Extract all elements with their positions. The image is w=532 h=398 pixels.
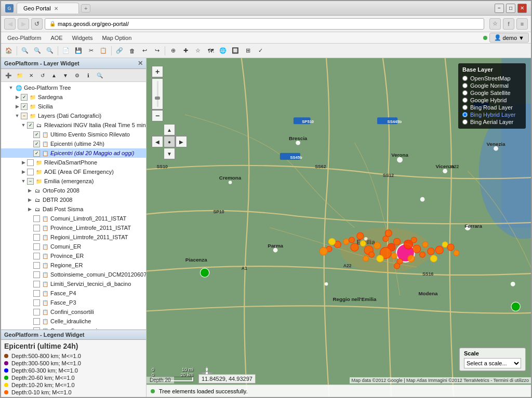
celle-idrauliche-checkbox[interactable]: [33, 318, 40, 325]
star-button[interactable]: ☆: [192, 45, 204, 57]
maximize-button[interactable]: □: [506, 4, 515, 13]
tab-close-button[interactable]: ✕: [54, 6, 58, 11]
home-toolbar-button[interactable]: 🏠: [3, 45, 15, 57]
layer-up-button[interactable]: ▲: [49, 70, 59, 80]
fasce-p3-checkbox[interactable]: [33, 299, 40, 306]
pan-down-button[interactable]: ▼: [164, 148, 175, 159]
tree-node-rilevazioni[interactable]: ▼ ✓ 🗂 Rilevazioni INGV Italia (Real Time…: [1, 120, 146, 130]
sardegna-checkbox[interactable]: ✓: [21, 94, 28, 101]
tree-node-ortofoto[interactable]: ▶ 🗂 OrtoFoto 2008: [1, 186, 146, 195]
save-button[interactable]: 💾: [73, 45, 84, 57]
tree-node-layers[interactable]: ▼ − 📁 Layers (Dati Cartografici): [1, 111, 146, 120]
sottoinsieme-checkbox[interactable]: [33, 271, 40, 278]
limiti-servizi-checkbox[interactable]: [33, 281, 40, 287]
rilievi-checkbox[interactable]: [27, 159, 34, 166]
dati-post-toggle[interactable]: ▶: [26, 207, 33, 212]
globe-button[interactable]: 🌐: [217, 45, 229, 57]
tree-node-comuni-er[interactable]: 📋 Comuni_ER: [1, 242, 146, 251]
layer-tree[interactable]: ▼ 🌐 Geo-Platform Tree ▶ ✓ 📁 Sardegna: [1, 82, 146, 330]
layer-down-button[interactable]: ▼: [60, 70, 71, 80]
cut-button[interactable]: ✂: [85, 45, 97, 57]
tree-node-regione-er[interactable]: 📋 Regione_ER: [1, 260, 146, 270]
sicilia-checkbox[interactable]: ✓: [21, 103, 28, 110]
base-layer-bing-aerial[interactable]: Bing Aerial Layer: [462, 118, 522, 126]
tree-node-comuni-limtrofi[interactable]: 📋 Comuni_Limtrofi_2011_ISTAT: [1, 214, 146, 223]
menu-widgets[interactable]: Widgets: [68, 34, 97, 42]
province-er-checkbox[interactable]: [33, 253, 40, 259]
tree-node-emilia[interactable]: ▼ − 📁 Emilia (emergenza): [1, 176, 146, 186]
minimize-button[interactable]: −: [495, 4, 504, 13]
redo-button[interactable]: ↪: [151, 45, 163, 57]
tree-node-sardegna[interactable]: ▶ ✓ 📁 Sardegna: [1, 92, 146, 102]
plus-button[interactable]: ✚: [180, 45, 191, 57]
tree-node-sottoinsieme[interactable]: 📋 Sottoinsieme_comuni_DCM20120607: [1, 270, 146, 279]
tree-node-dbtr[interactable]: ▶ 🗂 DBTR 2008: [1, 195, 146, 204]
emilia-checkbox[interactable]: −: [27, 178, 34, 185]
zoom-in-button[interactable]: +: [152, 66, 163, 77]
grid-button[interactable]: ⊞: [242, 45, 254, 57]
map-container[interactable]: SS10 SP10 SS62 SS12 A22 A1 A22 SS16 Bres…: [147, 58, 531, 397]
layers-checkbox[interactable]: −: [21, 113, 28, 119]
fasce-p4-checkbox[interactable]: [33, 290, 40, 297]
search2-toolbar-button[interactable]: 🔍: [32, 45, 43, 57]
tree-node-sicilia[interactable]: ▶ ✓ 📁 Sicilia: [1, 102, 146, 111]
undo-button[interactable]: ↩: [139, 45, 150, 57]
base-layer-google-hybrid[interactable]: Google Hybrid: [462, 97, 522, 104]
tree-node-ultimo-evento[interactable]: ✓ 📋 Ultimo Evento Sismico Rilevato: [1, 130, 146, 139]
pan-center-button[interactable]: ●: [164, 136, 175, 147]
tree-node-province-er[interactable]: 📋 Province_ER: [1, 251, 146, 260]
url-bar[interactable]: 🔒 maps.geosdi.org/geo-portal/: [45, 18, 484, 30]
sardegna-toggle[interactable]: ▶: [14, 94, 21, 100]
tree-node-province-limtrofe[interactable]: 📋 Province_Limtrofe_2011_ISTAT: [1, 223, 146, 232]
new-doc-button[interactable]: 📄: [60, 45, 72, 57]
tree-root-node[interactable]: ▼ 🌐 Geo-Platform Tree: [1, 83, 146, 92]
browser-tab[interactable]: Geo Portal ✕: [17, 3, 79, 13]
ultimo-evento-checkbox[interactable]: ✓: [33, 131, 40, 138]
layer-widget-close-button[interactable]: ✕: [138, 60, 143, 67]
map-button[interactable]: 🗺: [205, 45, 216, 57]
confini-consortili-checkbox[interactable]: [33, 309, 40, 315]
new-tab-button[interactable]: +: [81, 4, 90, 12]
refresh-button[interactable]: ↺: [31, 18, 43, 30]
add-button[interactable]: ⊕: [167, 45, 179, 57]
sicilia-toggle[interactable]: ▶: [14, 104, 21, 109]
tree-node-aoe[interactable]: ▶ 📁 AOE (Area OF Emergency): [1, 167, 146, 176]
layer-remove-button[interactable]: ✕: [26, 70, 36, 80]
regione-er-checkbox[interactable]: [33, 262, 40, 269]
epicentri-24h-checkbox[interactable]: ✓: [33, 141, 40, 147]
pan-left-button[interactable]: ◀: [152, 136, 163, 147]
emilia-toggle[interactable]: ▼: [20, 179, 27, 184]
tree-node-epicentri-24h[interactable]: ✓ 📋 Epicentri (ultime 24h): [1, 139, 146, 148]
tree-node-rilievi[interactable]: ▶ 📁 RileviDaSmartPhone: [1, 158, 146, 167]
base-layer-google-normal[interactable]: Google Normal: [462, 82, 522, 89]
layer-info-button[interactable]: ℹ: [83, 70, 94, 80]
tree-node-limiti-servizi[interactable]: 📋 Limiti_Servizi_tecnici_di_bacino: [1, 279, 146, 289]
epicentri-maggio-checkbox[interactable]: ✓: [33, 150, 40, 157]
tree-root-toggle[interactable]: ▼: [7, 85, 15, 90]
tree-node-casse-espansione[interactable]: 📋 Casse_di_espansione: [1, 326, 146, 330]
menu-aoe[interactable]: AOE: [46, 34, 66, 42]
base-layer-google-satellite[interactable]: Google Satellite: [462, 89, 522, 97]
layer-zoom-button[interactable]: 🔍: [95, 70, 105, 80]
select-button[interactable]: 🔲: [230, 45, 241, 57]
layers-toggle[interactable]: ▼: [14, 113, 21, 118]
bookmark-star-button[interactable]: ☆: [489, 18, 501, 30]
delete-button[interactable]: 🗑: [126, 45, 138, 57]
search3-toolbar-button[interactable]: 🔍: [44, 45, 56, 57]
tree-node-fasce-p4[interactable]: 📋 Fasce_P4: [1, 289, 146, 298]
pan-right-button[interactable]: ▶: [176, 136, 187, 147]
dbtr-toggle[interactable]: ▶: [26, 197, 33, 202]
search-toolbar-button[interactable]: 🔍: [19, 45, 31, 57]
tree-node-celle-idrauliche[interactable]: 📋 Celle_idrauliche: [1, 317, 146, 326]
base-layer-bing-hybrid[interactable]: Bing Hybrid Layer: [462, 111, 522, 118]
back-button[interactable]: ◀: [4, 18, 16, 30]
paste-button[interactable]: 📋: [98, 45, 109, 57]
tree-node-regioni-limtrofe[interactable]: 📋 Regioni_Limtrofe_2011_ISTAT: [1, 232, 146, 242]
tree-node-confini-consortili[interactable]: 📋 Confini_consortili: [1, 307, 146, 317]
province-limtrofe-checkbox[interactable]: [33, 225, 40, 231]
base-layer-osm[interactable]: OpenStreetMap: [462, 75, 522, 82]
menu-map-option[interactable]: Map Option: [98, 34, 136, 42]
more-button[interactable]: ≡: [516, 18, 528, 30]
scale-select-dropdown[interactable]: Select a scale...: [464, 358, 521, 368]
zoom-slider[interactable]: [152, 78, 163, 109]
